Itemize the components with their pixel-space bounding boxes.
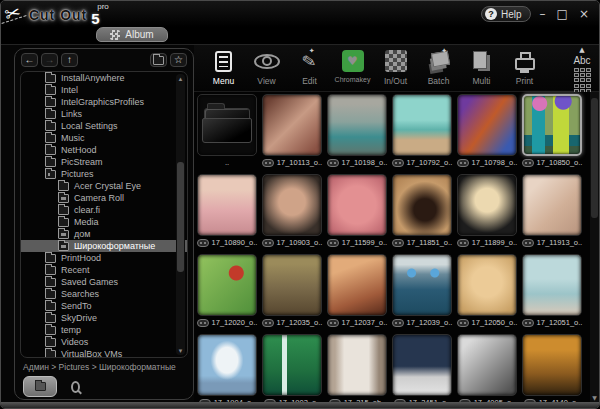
thumbnail-item[interactable]: 17_12050_o.. [456,254,518,331]
sparkle-icon: ✦ [441,47,447,55]
thumbnail-item[interactable]: 17_2451_o.. [391,334,453,409]
thumbnail-item[interactable]: 17_10903_o.. [261,174,323,251]
tree-scrollbar[interactable]: ▲ ▼ [176,74,185,355]
scrollbar-thumb[interactable] [177,162,184,272]
grid-scrollbar[interactable]: ▼ [590,92,599,403]
scroll-up-icon[interactable]: ▲ [176,74,185,83]
tree-item-virtualbox-vms[interactable]: VirtualBox VMs [21,348,187,358]
file-type-badge [327,159,339,167]
file-type-badge [327,239,339,247]
file-type-badge [522,159,534,167]
search-mode-button[interactable] [65,376,86,397]
thumbnail-item[interactable]: 17_10890_o.. [196,174,258,251]
parent-folder-item[interactable]: .. [196,94,258,171]
thumbnail-label: 17_10890_o.. [212,238,258,247]
minimize-button[interactable]: – [538,8,548,20]
thumbnail-item[interactable]: 17_11851_o.. [391,174,453,251]
tree-item-camera-roll[interactable]: Camera Roll [21,192,187,204]
tree-item-saved-games[interactable]: Saved Games [21,276,187,288]
question-icon: ? [485,8,497,20]
thumbnail-item[interactable]: 17_11913_o.. [521,174,583,251]
main-area: ← → ↑ ☆ InstallAnywhere Intel IntelGraph… [1,45,599,403]
photo-thumbnail [392,254,452,316]
thumbnail-item[interactable]: 17_10198_o.. [326,94,388,171]
thumbnail-item[interactable]: 17_10792_o.. [391,94,453,171]
tree-item-intelgraphicsprofiles[interactable]: IntelGraphicsProfiles [21,96,187,108]
tree-item-acer-crystal-eye[interactable]: Acer Crystal Eye [21,180,187,192]
thumbnail-item[interactable]: 17_12039_o.. [391,254,453,331]
album-tab[interactable]: Album [96,27,168,42]
file-type-badge [392,319,404,327]
thumbnail-item[interactable]: 17_12035_o.. [261,254,323,331]
scroll-up-icon[interactable]: ▲ [579,47,584,54]
forward-button[interactable]: → [41,53,58,67]
toolbar-edit[interactable]: ✎✦ Edit [288,45,331,86]
thumbnail-item[interactable]: 17_1904_o.. [196,334,258,409]
photo-thumbnail [327,174,387,236]
thumbnail-item[interactable]: 17_11599_o.. [326,174,388,251]
tree-item-links[interactable]: Links [21,108,187,120]
back-button[interactable]: ← [21,53,38,67]
file-type-badge [392,159,404,167]
maximize-button[interactable]: □ [555,8,570,20]
tree-item-temp[interactable]: temp [21,324,187,336]
toolbar-inout[interactable]: In/Out [374,45,417,86]
scroll-down-icon[interactable]: ▼ [590,394,599,401]
photo-thumbnail [262,334,322,396]
folder-icon [45,350,56,359]
thumbnail-item[interactable]: 17_4005_o.. [456,334,518,409]
thumbnail-item[interactable]: 17_12020_o.. [196,254,258,331]
transparency-checker-icon [385,50,407,72]
tree-item-intel[interactable]: Intel [21,84,187,96]
tree-item-picstream[interactable]: PicStream [21,156,187,168]
up-folder-button[interactable]: ↑ [61,53,78,67]
file-type-badge [392,239,404,247]
magnifier-icon [71,381,80,393]
thumbnail-item[interactable]: 17_12037_o.. [326,254,388,331]
thumbnail-item[interactable]: 17_10798_o.. [456,94,518,171]
folder-mode-button[interactable] [23,376,57,397]
tree-item-pictures[interactable]: Pictures [21,168,187,180]
tree-item-clearfi[interactable]: clear.fi [21,204,187,216]
close-button[interactable]: × [577,8,591,20]
thumbnail-item[interactable]: 17_215_ob.. [326,334,388,409]
tree-item-media[interactable]: Media [21,216,187,228]
folder-icon [45,158,56,167]
thumbnail-item[interactable]: 17_11899_o.. [456,174,518,251]
favorites-button[interactable]: ☆ [170,53,187,67]
tree-item-skydrive[interactable]: SkyDrive [21,312,187,324]
toolbar-multi[interactable]: Multi [460,45,503,86]
tree-item-dom[interactable]: дом [21,228,187,240]
thumbnail-item[interactable]: 17_1902_o.. [261,334,323,409]
sort-alpha-control[interactable]: Abc [573,56,590,66]
scroll-down-icon[interactable]: ▼ [176,346,185,355]
tree-item-recent[interactable]: Recent [21,264,187,276]
toolbar-menu[interactable]: Menu [202,45,245,86]
thumbnail-size-grid-icon[interactable] [574,68,591,82]
tree-item-local-settings[interactable]: Local Settings [21,120,187,132]
photo-thumbnail [457,174,517,236]
tree-item-nethood[interactable]: NetHood [21,144,187,156]
tree-item-music[interactable]: Music [21,132,187,144]
folder-view-button[interactable] [150,53,167,67]
folder-tree: InstallAnywhere Intel IntelGraphicsProfi… [20,71,188,358]
thumbnail-item[interactable]: 17_10113_o.. [261,94,323,171]
toolbar-view[interactable]: View [245,45,288,86]
tree-item-sendto[interactable]: SendTo [21,300,187,312]
thumbnail-item[interactable]: 17_12051_o.. [521,254,583,331]
help-button[interactable]: ? Help [481,6,531,22]
scrollbar-thumb[interactable] [591,98,598,218]
toolbar-chromakey[interactable]: ♥ Chromakey [331,45,374,83]
thumbnail-item-selected[interactable]: 17_10850_o.. [521,94,583,171]
tree-item-shirokoformatnye[interactable]: Широкоформатные [21,240,187,252]
toolbar-batch[interactable]: ✦ Batch [417,45,460,86]
tree-item-searches[interactable]: Searches [21,288,187,300]
thumbnail-item[interactable]: 17_4140_o.. [521,334,583,409]
tree-item-printhood[interactable]: PrintHood [21,252,187,264]
tree-item-installanywhere[interactable]: InstallAnywhere [21,72,187,84]
thumbnail-label: .. [225,158,229,167]
folder-icon [45,98,56,107]
folder-icon [45,74,56,83]
tree-item-videos[interactable]: Videos [21,336,187,348]
toolbar-print[interactable]: Print [503,45,546,86]
